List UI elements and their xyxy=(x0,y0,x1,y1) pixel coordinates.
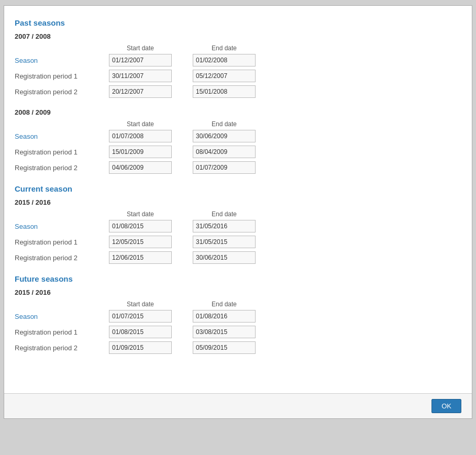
end-date-input-0-1-2[interactable] xyxy=(193,161,256,174)
start-date-input-1-0-2[interactable] xyxy=(109,251,172,264)
end-date-header: End date xyxy=(193,45,256,52)
end-date-header: End date xyxy=(193,210,256,218)
start-date-input-0-1-1[interactable] xyxy=(109,146,172,158)
date-row-0-1-0: Season xyxy=(15,130,461,142)
date-row-2-0-1: Registration period 1 xyxy=(15,326,461,338)
row-label-0-1-0: Season xyxy=(15,132,109,140)
row-label-0-0-2: Registration period 2 xyxy=(15,88,109,96)
start-date-input-0-0-1[interactable] xyxy=(109,70,172,82)
end-date-input-1-0-0[interactable] xyxy=(193,220,256,232)
dialog-content[interactable]: Past seasons2007 / 2008Start dateEnd dat… xyxy=(4,6,472,393)
end-date-input-1-0-1[interactable] xyxy=(193,236,256,248)
season-block-0-1: 2008 / 2009Start dateEnd dateSeasonRegis… xyxy=(15,108,461,174)
end-date-input-2-0-1[interactable] xyxy=(193,326,256,338)
section-title-2: Future seasons xyxy=(15,274,461,283)
end-date-input-2-0-0[interactable] xyxy=(193,310,256,323)
start-date-input-2-0-0[interactable] xyxy=(109,310,172,323)
start-date-header: Start date xyxy=(109,120,172,128)
season-year-0-0: 2007 / 2008 xyxy=(15,32,461,40)
start-date-input-0-0-0[interactable] xyxy=(109,54,172,66)
season-block-0-0: 2007 / 2008Start dateEnd dateSeasonRegis… xyxy=(15,32,461,98)
end-date-header: End date xyxy=(193,301,256,308)
row-label-2-0-1: Registration period 1 xyxy=(15,328,109,336)
date-row-0-0-1: Registration period 1 xyxy=(15,70,461,82)
start-date-input-1-0-1[interactable] xyxy=(109,236,172,248)
section-title-1: Current season xyxy=(15,184,461,193)
start-date-input-0-1-0[interactable] xyxy=(109,130,172,142)
date-header-row-2-0: Start dateEnd date xyxy=(109,301,461,308)
date-row-2-0-2: Registration period 2 xyxy=(15,341,461,354)
end-date-header: End date xyxy=(193,120,256,128)
row-label-0-1-1: Registration period 1 xyxy=(15,148,109,156)
end-date-input-0-0-2[interactable] xyxy=(193,85,256,98)
row-label-0-1-2: Registration period 2 xyxy=(15,164,109,172)
start-date-input-0-0-2[interactable] xyxy=(109,85,172,98)
dialog: Past seasons2007 / 2008Start dateEnd dat… xyxy=(4,5,472,419)
end-date-input-0-0-0[interactable] xyxy=(193,54,256,66)
row-label-1-0-1: Registration period 1 xyxy=(15,238,109,246)
start-date-header: Start date xyxy=(109,45,172,52)
end-date-input-0-1-0[interactable] xyxy=(193,130,256,142)
start-date-input-2-0-1[interactable] xyxy=(109,326,172,338)
date-header-row-0-0: Start dateEnd date xyxy=(109,45,461,52)
date-header-row-1-0: Start dateEnd date xyxy=(109,210,461,218)
date-row-1-0-0: Season xyxy=(15,220,461,232)
row-label-0-0-1: Registration period 1 xyxy=(15,72,109,80)
date-row-0-0-2: Registration period 2 xyxy=(15,85,461,98)
end-date-input-0-1-1[interactable] xyxy=(193,146,256,158)
season-year-0-1: 2008 / 2009 xyxy=(15,108,461,116)
start-date-input-2-0-2[interactable] xyxy=(109,341,172,354)
date-header-row-0-1: Start dateEnd date xyxy=(109,120,461,128)
start-date-header: Start date xyxy=(109,301,172,308)
date-row-0-0-0: Season xyxy=(15,54,461,66)
row-label-1-0-0: Season xyxy=(15,223,109,230)
row-label-2-0-0: Season xyxy=(15,313,109,320)
season-year-1-0: 2015 / 2016 xyxy=(15,198,461,206)
end-date-input-1-0-2[interactable] xyxy=(193,251,256,264)
row-label-1-0-2: Registration period 2 xyxy=(15,254,109,262)
start-date-input-1-0-0[interactable] xyxy=(109,220,172,232)
date-row-2-0-0: Season xyxy=(15,310,461,323)
section-title-0: Past seasons xyxy=(15,18,461,27)
season-block-1-0: 2015 / 2016Start dateEnd dateSeasonRegis… xyxy=(15,198,461,264)
date-row-0-1-1: Registration period 1 xyxy=(15,146,461,158)
row-label-2-0-2: Registration period 2 xyxy=(15,344,109,352)
dialog-footer: OK xyxy=(4,393,472,418)
date-row-1-0-2: Registration period 2 xyxy=(15,251,461,264)
date-row-0-1-2: Registration period 2 xyxy=(15,161,461,174)
season-year-2-0: 2015 / 2016 xyxy=(15,288,461,296)
end-date-input-2-0-2[interactable] xyxy=(193,341,256,354)
row-label-0-0-0: Season xyxy=(15,57,109,64)
season-block-2-0: 2015 / 2016Start dateEnd dateSeasonRegis… xyxy=(15,288,461,354)
end-date-input-0-0-1[interactable] xyxy=(193,70,256,82)
start-date-header: Start date xyxy=(109,210,172,218)
ok-button[interactable]: OK xyxy=(431,399,461,413)
date-row-1-0-1: Registration period 1 xyxy=(15,236,461,248)
start-date-input-0-1-2[interactable] xyxy=(109,161,172,174)
